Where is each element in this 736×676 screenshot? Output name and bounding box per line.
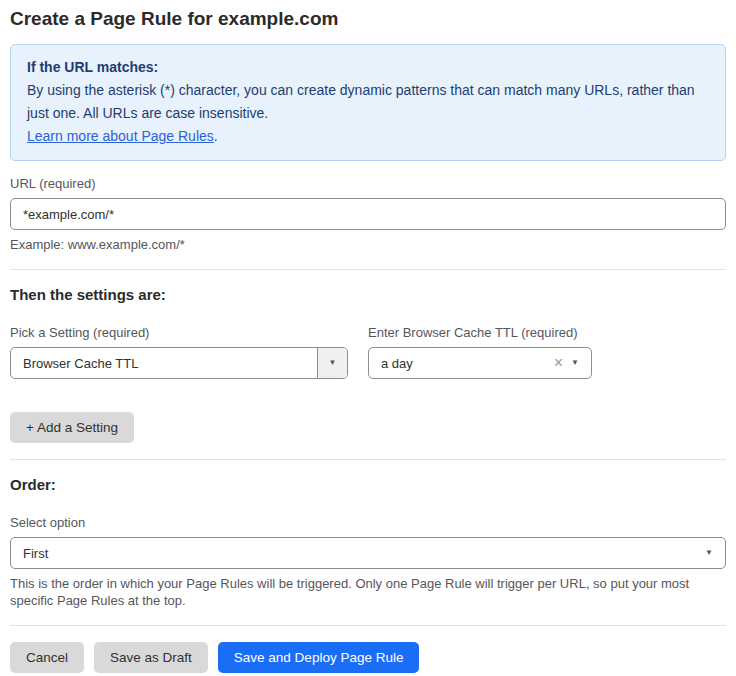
ttl-picker-value: a day <box>369 356 550 371</box>
clear-icon[interactable]: × <box>550 355 571 371</box>
save-as-draft-button[interactable]: Save as Draft <box>94 642 208 673</box>
divider <box>10 459 726 460</box>
order-select[interactable]: First ▼ <box>10 537 726 569</box>
chevron-down-icon[interactable]: ▼ <box>571 359 591 367</box>
ttl-picker-column: Enter Browser Cache TTL (required) a day… <box>368 325 592 379</box>
save-and-deploy-button[interactable]: Save and Deploy Page Rule <box>218 642 420 673</box>
order-select-label: Select option <box>10 515 726 530</box>
ttl-picker-select[interactable]: a day × ▼ <box>368 347 592 379</box>
divider <box>10 269 726 270</box>
setting-picker-dropdown-button[interactable]: ▼ <box>317 348 347 378</box>
info-box-heading: If the URL matches: <box>27 56 709 79</box>
add-setting-button[interactable]: + Add a Setting <box>10 412 134 443</box>
order-section-heading: Order: <box>10 476 726 493</box>
divider <box>10 625 726 626</box>
footer-actions: Cancel Save as Draft Save and Deploy Pag… <box>10 642 726 673</box>
url-input[interactable] <box>10 198 726 230</box>
setting-picker-label: Pick a Setting (required) <box>10 325 348 340</box>
create-page-rule-form: Create a Page Rule for example.com If th… <box>0 0 736 673</box>
order-helper-text: This is the order in which your Page Rul… <box>10 575 726 609</box>
learn-more-link[interactable]: Learn more about Page Rules <box>27 128 214 144</box>
order-select-value: First <box>11 546 705 561</box>
chevron-down-icon: ▼ <box>329 359 337 367</box>
settings-row: Pick a Setting (required) Browser Cache … <box>10 325 726 379</box>
url-example-helper: Example: www.example.com/* <box>10 236 726 253</box>
settings-section-heading: Then the settings are: <box>10 286 726 303</box>
cancel-button[interactable]: Cancel <box>10 642 84 673</box>
info-box-body: By using the asterisk (*) character, you… <box>27 79 709 125</box>
page-title: Create a Page Rule for example.com <box>10 8 726 30</box>
chevron-down-icon: ▼ <box>705 549 725 557</box>
setting-picker-select[interactable]: Browser Cache TTL ▼ <box>10 347 348 379</box>
url-field-label: URL (required) <box>10 176 726 191</box>
link-period: . <box>214 128 218 144</box>
setting-picker-value: Browser Cache TTL <box>11 356 317 371</box>
add-setting-row: + Add a Setting <box>10 412 726 443</box>
ttl-picker-label: Enter Browser Cache TTL (required) <box>368 325 592 340</box>
info-box-link-line: Learn more about Page Rules. <box>27 125 709 148</box>
url-match-info-box: If the URL matches: By using the asteris… <box>10 44 726 161</box>
setting-picker-column: Pick a Setting (required) Browser Cache … <box>10 325 348 379</box>
